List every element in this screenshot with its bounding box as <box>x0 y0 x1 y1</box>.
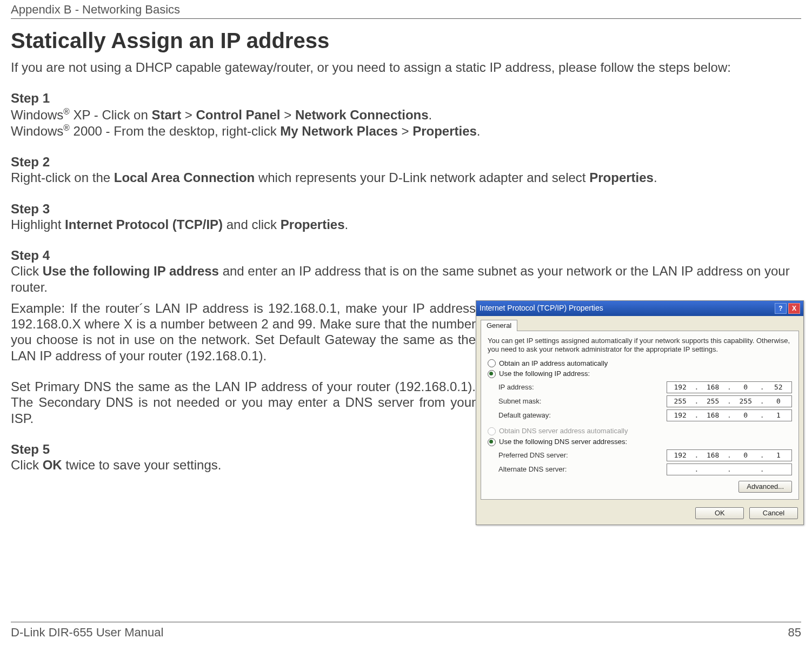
octet: 255 <box>701 397 725 406</box>
alternate-dns-input[interactable]: . . . <box>667 463 792 475</box>
alternate-dns-label: Alternate DNS server: <box>498 465 567 474</box>
octet: 1 <box>767 411 790 420</box>
dns-paragraph: Set Primary DNS the same as the LAN IP a… <box>11 379 476 426</box>
octet: 168 <box>701 383 725 392</box>
step-2: Step 2 Right-click on the Local Area Con… <box>11 154 801 186</box>
dialog-description: You can get IP settings assigned automat… <box>488 337 792 354</box>
bold-text: Control Panel <box>196 107 281 122</box>
text: Right-click on the <box>11 170 114 185</box>
text: . <box>429 107 432 122</box>
radio-icon <box>488 438 496 446</box>
default-gateway-input[interactable]: 192. 168. 0. 1 <box>667 409 792 421</box>
default-gateway-label: Default gateway: <box>498 411 551 420</box>
octet: 0 <box>734 383 757 392</box>
ip-fieldset: IP address: 192. 168. 0. 52 Subnet mask: <box>488 381 792 421</box>
octet: 255 <box>668 397 692 406</box>
text: Click <box>11 264 43 278</box>
step-2-label: Step 2 <box>11 154 801 170</box>
registered-mark: ® <box>63 123 70 132</box>
page-footer: D-Link DIR-655 User Manual 85 <box>11 622 801 640</box>
octet: 192 <box>668 451 692 460</box>
octet: 192 <box>668 383 692 392</box>
radio-use-ip[interactable]: Use the following IP address: <box>488 369 792 378</box>
footer-manual-title: D-Link DIR-655 User Manual <box>11 626 163 640</box>
radio-label: Use the following DNS server addresses: <box>499 438 627 446</box>
octet <box>767 465 790 474</box>
step-3: Step 3 Highlight Internet Protocol (TCP/… <box>11 201 801 233</box>
bold-text: Network Connections <box>295 107 429 122</box>
running-header: Appendix B - Networking Basics <box>11 0 801 18</box>
ip-address-input[interactable]: 192. 168. 0. 52 <box>667 381 792 393</box>
dialog-title-text: Internet Protocol (TCP/IP) Properties <box>480 304 603 313</box>
bold-text: OK <box>43 458 62 472</box>
dns-fieldset: Preferred DNS server: 192. 168. 0. 1 Alt… <box>488 449 792 475</box>
bold-text: Use the following IP address <box>43 264 219 278</box>
text: which represents your D-Link network ada… <box>255 170 589 185</box>
radio-use-dns[interactable]: Use the following DNS server addresses: <box>488 438 792 446</box>
octet: 168 <box>701 411 725 420</box>
advanced-button[interactable]: Advanced... <box>738 481 792 493</box>
text: > <box>398 124 412 138</box>
text: > <box>281 107 295 122</box>
bold-text: My Network Places <box>280 124 397 138</box>
radio-label: Obtain an IP address automatically <box>499 359 608 368</box>
page-title: Statically Assign an IP address <box>11 29 801 53</box>
octet: 0 <box>734 411 757 420</box>
radio-icon <box>488 427 496 435</box>
bold-text: Properties <box>412 124 477 138</box>
octet: 168 <box>701 451 725 460</box>
step-4: Step 4 Click Use the following IP addres… <box>11 247 801 295</box>
radio-icon <box>488 359 496 367</box>
radio-obtain-ip[interactable]: Obtain an IP address automatically <box>488 359 792 368</box>
intro-paragraph: If you are not using a DHCP capable gate… <box>11 59 801 75</box>
text: twice to save your settings. <box>62 458 222 472</box>
text: XP - Click on <box>70 107 152 122</box>
example-paragraph: Example: If the router´s LAN IP address … <box>11 300 476 364</box>
registered-mark: ® <box>63 107 70 116</box>
octet: 0 <box>734 451 757 460</box>
dialog-titlebar: Internet Protocol (TCP/IP) Properties ? … <box>476 301 803 316</box>
help-button[interactable]: ? <box>775 303 787 314</box>
octet <box>701 465 725 474</box>
preferred-dns-label: Preferred DNS server: <box>498 451 568 460</box>
tab-general[interactable]: General <box>481 320 517 331</box>
header-divider <box>11 18 801 19</box>
octet: 1 <box>767 451 790 460</box>
tcpip-properties-dialog: Internet Protocol (TCP/IP) Properties ? … <box>476 300 804 525</box>
bold-text: Start <box>151 107 181 122</box>
bold-text: Local Area Connection <box>114 170 255 185</box>
text: Highlight <box>11 217 65 232</box>
step-4-label: Step 4 <box>11 247 801 263</box>
text: Windows <box>11 107 63 122</box>
close-button[interactable]: X <box>788 303 800 314</box>
subnet-mask-input[interactable]: 255. 255. 255. 0 <box>667 395 792 407</box>
subnet-mask-row: Subnet mask: 255. 255. 255. 0 <box>498 395 792 407</box>
text: 2000 - From the desktop, right-click <box>70 124 280 138</box>
preferred-dns-row: Preferred DNS server: 192. 168. 0. 1 <box>498 449 792 461</box>
alternate-dns-row: Alternate DNS server: . . . <box>498 463 792 475</box>
octet: 255 <box>734 397 757 406</box>
text: > <box>181 107 196 122</box>
text: and click <box>223 217 281 232</box>
footer-page-number: 85 <box>788 626 801 640</box>
text: Click <box>11 458 43 472</box>
ip-address-label: IP address: <box>498 383 534 392</box>
bold-text: Internet Protocol (TCP/IP) <box>65 217 223 232</box>
bold-text: Properties <box>589 170 654 185</box>
text: Windows <box>11 124 63 138</box>
text: . <box>654 170 657 185</box>
step-3-label: Step 3 <box>11 201 801 217</box>
cancel-button[interactable]: Cancel <box>749 507 798 519</box>
octet <box>734 465 757 474</box>
subnet-mask-label: Subnet mask: <box>498 397 542 406</box>
bold-text: Properties <box>281 217 345 232</box>
octet: 52 <box>767 383 790 392</box>
preferred-dns-input[interactable]: 192. 168. 0. 1 <box>667 449 792 461</box>
text: . <box>345 217 349 232</box>
ip-address-row: IP address: 192. 168. 0. 52 <box>498 381 792 393</box>
radio-label: Obtain DNS server address automatically <box>499 427 628 435</box>
text: . <box>477 124 481 138</box>
default-gateway-row: Default gateway: 192. 168. 0. 1 <box>498 409 792 421</box>
ok-button[interactable]: OK <box>695 507 744 519</box>
tab-strip: General <box>476 316 803 331</box>
